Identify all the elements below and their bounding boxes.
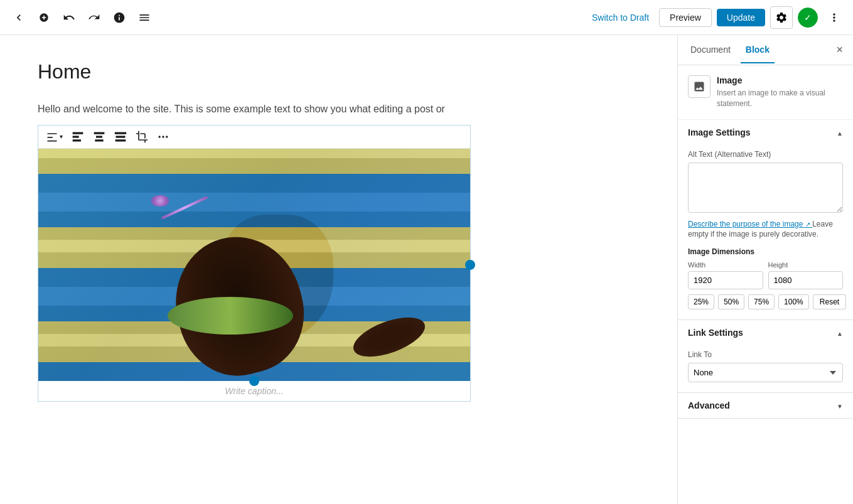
link-settings-label: Link Settings (688, 328, 743, 338)
post-text[interactable]: Hello and welcome to the site. This is s… (38, 101, 640, 117)
resize-handle-right[interactable] (465, 260, 475, 270)
image-settings-section: Image Settings Alt Text (Alternative Tex… (678, 120, 853, 321)
sidebar: Document Block × Image Insert an image t… (677, 35, 853, 504)
block-name: Image (717, 75, 843, 85)
dimensions-row: Width Height (688, 261, 843, 289)
preview-button[interactable]: Preview (659, 8, 712, 27)
pct-75-button[interactable]: 75% (748, 294, 775, 309)
link-settings-section: Link Settings Link To None Media File At… (678, 320, 853, 393)
image-settings-header[interactable]: Image Settings (678, 120, 853, 145)
sidebar-tabs: Document Block × (678, 35, 853, 65)
external-link-icon: ↗ (805, 221, 810, 228)
close-sidebar-button[interactable]: × (834, 41, 845, 59)
block-info-text: Image Insert an image to make a visual s… (717, 75, 843, 109)
crop-button[interactable] (132, 128, 152, 146)
svg-rect-8 (115, 139, 126, 141)
align-wide-button[interactable] (110, 128, 131, 146)
svg-point-9 (159, 136, 161, 137)
height-input[interactable] (768, 271, 844, 289)
align-center-button[interactable] (89, 128, 109, 146)
post-title[interactable]: Home (38, 60, 640, 83)
align-left-button[interactable] (68, 128, 88, 146)
svg-point-11 (166, 136, 168, 137)
update-button[interactable]: Update (717, 9, 765, 26)
image-container[interactable] (38, 149, 470, 381)
reset-button[interactable]: Reset (813, 294, 846, 309)
switch-to-draft-button[interactable]: Switch to Draft (587, 9, 654, 26)
image-align-button[interactable]: ▾ (42, 128, 67, 146)
link-settings-content: Link To None Media File Attachment Page … (678, 345, 853, 392)
link-to-label: Link To (688, 350, 843, 359)
caption-placeholder: Write caption... (225, 386, 283, 396)
alt-text-label: Alt Text (Alternative Text) (688, 150, 843, 159)
svg-rect-4 (96, 136, 102, 137)
more-options-button[interactable] (823, 8, 845, 28)
settings-button[interactable] (770, 6, 793, 29)
advanced-chevron (837, 400, 843, 410)
advanced-label: Advanced (688, 400, 730, 410)
width-group: Width (688, 261, 763, 289)
publish-status-button[interactable]: ✓ (798, 8, 818, 28)
publish-icon: ✓ (804, 13, 812, 23)
main-area: Home Hello and welcome to the site. This… (0, 35, 853, 504)
describe-link[interactable]: Describe the purpose of the image ↗ (688, 220, 812, 228)
alt-text-input[interactable] (688, 163, 843, 213)
resize-handle-bottom[interactable] (249, 376, 259, 386)
info-button[interactable] (108, 8, 131, 28)
width-label: Width (688, 261, 763, 269)
image-settings-content: Alt Text (Alternative Text) Describe the… (678, 145, 853, 320)
toolbar-left (8, 8, 156, 28)
image-dimensions-label: Image Dimensions (688, 247, 843, 256)
percent-row: 25% 50% 75% 100% Reset (688, 294, 843, 309)
redo-button[interactable] (83, 8, 105, 28)
link-settings-header[interactable]: Link Settings (678, 320, 853, 345)
image-more-button[interactable] (153, 128, 173, 146)
block-icon (688, 75, 711, 98)
svg-rect-2 (73, 139, 81, 141)
editor[interactable]: Home Hello and welcome to the site. This… (0, 35, 677, 504)
tab-document[interactable]: Document (685, 37, 736, 63)
width-input[interactable] (688, 271, 763, 289)
back-button[interactable] (8, 8, 30, 28)
describe-text: Describe the purpose of the image ↗ Leav… (688, 219, 843, 240)
block-description: Insert an image to make a visual stateme… (717, 88, 843, 109)
svg-rect-5 (95, 139, 103, 141)
pct-100-button[interactable]: 100% (778, 294, 809, 309)
advanced-header[interactable]: Advanced (678, 393, 853, 418)
advanced-section: Advanced (678, 393, 853, 419)
link-to-select[interactable]: None Media File Attachment Page Custom U… (688, 363, 843, 382)
height-group: Height (768, 261, 844, 289)
link-settings-chevron (837, 328, 843, 338)
cat-image (38, 149, 470, 381)
pct-25-button[interactable]: 25% (688, 294, 714, 309)
menu-button[interactable] (133, 8, 156, 28)
svg-rect-7 (116, 136, 126, 137)
svg-rect-1 (73, 136, 79, 137)
svg-rect-0 (73, 132, 83, 134)
block-info: Image Insert an image to make a visual s… (678, 65, 853, 120)
height-label: Height (768, 261, 844, 269)
image-settings-chevron (837, 127, 843, 137)
toolbar-right: Switch to Draft Preview Update ✓ (587, 6, 845, 29)
pct-50-button[interactable]: 50% (718, 294, 744, 309)
undo-button[interactable] (58, 8, 80, 28)
add-block-button[interactable] (33, 8, 55, 28)
svg-rect-3 (94, 132, 105, 134)
svg-rect-6 (115, 132, 126, 134)
tab-block[interactable]: Block (741, 37, 775, 63)
align-dropdown-arrow: ▾ (60, 133, 63, 140)
toolbar: Switch to Draft Preview Update ✓ (0, 0, 853, 35)
image-block[interactable]: ▾ (38, 125, 471, 402)
describe-link-text: Describe the purpose of the image (688, 220, 803, 228)
svg-point-10 (162, 136, 164, 137)
image-settings-label: Image Settings (688, 127, 751, 137)
image-block-toolbar: ▾ (38, 126, 470, 149)
